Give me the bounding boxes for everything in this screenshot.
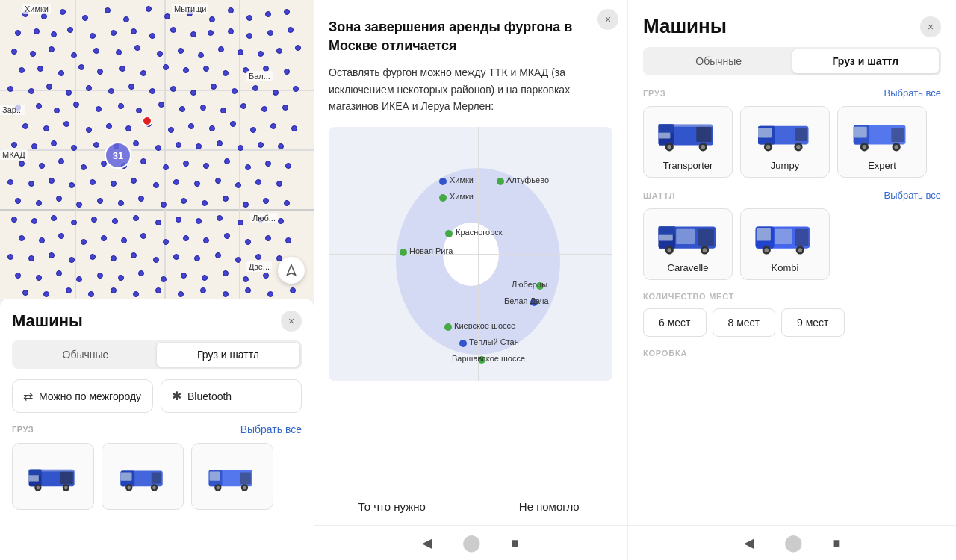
right-car-caravelle[interactable]: Caravelle bbox=[643, 208, 733, 280]
car-name-kombi: Kombi bbox=[772, 262, 799, 273]
right-section-box-label: КОРОБКА bbox=[643, 349, 687, 358]
right-car-kombi[interactable]: Kombi bbox=[740, 208, 830, 280]
svg-rect-20 bbox=[240, 472, 250, 484]
svg-point-31 bbox=[667, 145, 671, 149]
map-navigation-button[interactable] bbox=[278, 257, 305, 284]
svg-point-15 bbox=[127, 485, 131, 489]
seat-btn-6[interactable]: 6 мест bbox=[643, 308, 707, 337]
car-card-jumpy-left[interactable] bbox=[102, 443, 184, 510]
right-section-shuttl-label: ШАТТЛ bbox=[643, 191, 675, 200]
left-tabs-row: Обычные Груз и шаттл bbox=[12, 340, 302, 369]
loc-label-himki-blue: Химки bbox=[450, 175, 474, 184]
svg-rect-64 bbox=[795, 229, 809, 246]
left-bottom-sheet: Машины × Обычные Груз и шаттл ⇄ Можно по… bbox=[0, 299, 314, 560]
right-section-seats-label: КОЛИЧЕСТВО МЕСТ bbox=[643, 292, 734, 301]
loc-dot-kievskoe bbox=[444, 323, 452, 331]
car-card-expert-left[interactable] bbox=[191, 443, 273, 510]
svg-rect-46 bbox=[891, 128, 904, 142]
svg-point-33 bbox=[701, 145, 705, 149]
nav-stop-icon-right[interactable]: ■ bbox=[833, 535, 841, 551]
footer-helpful-button[interactable]: То что нужно bbox=[314, 488, 471, 525]
car-card-transporter-left[interactable] bbox=[12, 443, 94, 510]
seat-btn-9[interactable]: 9 мест bbox=[781, 308, 845, 337]
right-panel: Машины × Обычные Груз и шаттл ГРУЗ Выбра… bbox=[627, 0, 956, 560]
map-label-dz: Дзе... bbox=[246, 261, 272, 272]
loc-dot-himki-blue bbox=[439, 178, 447, 185]
car-name-jumpy: Jumpy bbox=[771, 160, 799, 171]
loc-label-lubertsy: Люберцы bbox=[512, 280, 547, 289]
right-tabs-row: Обычные Груз и шаттл bbox=[643, 47, 941, 75]
svg-point-70 bbox=[798, 248, 802, 252]
right-car-expert[interactable]: Expert bbox=[837, 106, 927, 178]
loc-dot-teplyi-stan bbox=[459, 340, 467, 347]
map-label-mkad: МКАД bbox=[0, 149, 28, 160]
map-area: Химки Мытищи Бал... Люб... Дзе... МКАД З… bbox=[0, 0, 314, 299]
right-cars-shuttl-grid: Caravelle Kombi bbox=[643, 208, 941, 280]
loc-dot-novaya-riga bbox=[400, 249, 407, 256]
bluetooth-icon: ✱ bbox=[172, 389, 181, 403]
loc-label-belaya-dacha: Белая Дача bbox=[504, 296, 549, 305]
svg-point-58 bbox=[667, 248, 671, 252]
modal-close-button[interactable]: × bbox=[598, 9, 618, 30]
svg-rect-65 bbox=[757, 228, 771, 241]
svg-rect-2 bbox=[60, 471, 72, 484]
right-tab-obychnye[interactable]: Обычные bbox=[645, 49, 792, 73]
right-tab-gruz-shuttl[interactable]: Груз и шаттл bbox=[792, 49, 940, 73]
road-h1 bbox=[329, 254, 612, 255]
nav-home-icon-right[interactable]: ⬤ bbox=[784, 533, 803, 553]
filter-mezhgorod[interactable]: ⇄ Можно по межгороду bbox=[12, 379, 153, 413]
svg-point-51 bbox=[894, 145, 898, 149]
right-car-jumpy[interactable]: Jumpy bbox=[740, 106, 830, 178]
mezhgorod-icon: ⇄ bbox=[23, 389, 33, 403]
map-cluster-31[interactable]: 31 bbox=[105, 142, 131, 169]
svg-rect-39 bbox=[758, 128, 772, 138]
tab-obychnye-left[interactable]: Обычные bbox=[14, 343, 157, 367]
loc-dot-krasnogorsk bbox=[445, 230, 453, 237]
svg-rect-66 bbox=[775, 229, 792, 244]
nav-back-icon-right[interactable]: ◀ bbox=[744, 535, 754, 551]
select-all-left[interactable]: Выбрать все bbox=[240, 423, 302, 435]
right-section-shuttl-header: ШАТТЛ Выбрать все bbox=[643, 190, 941, 201]
svg-marker-8 bbox=[28, 469, 41, 475]
svg-point-17 bbox=[152, 485, 156, 489]
modal-map: Химки Химки Алтуфьево Красногорск Новая … bbox=[329, 127, 612, 381]
car-name-transporter: Transporter bbox=[663, 160, 713, 171]
sheet-close-button[interactable]: × bbox=[281, 311, 302, 332]
svg-rect-54 bbox=[698, 229, 714, 246]
nav-stop-icon-middle[interactable]: ■ bbox=[511, 535, 519, 551]
right-select-all-gruz[interactable]: Выбрать все bbox=[884, 87, 941, 99]
svg-rect-21 bbox=[209, 471, 220, 480]
map-background: Химки Мытищи Бал... Люб... Дзе... МКАД З… bbox=[0, 0, 314, 299]
right-section-gruz-label: ГРУЗ bbox=[643, 89, 665, 98]
right-content: Обычные Груз и шаттл ГРУЗ Выбрать все bbox=[628, 47, 956, 525]
right-nav-bar: ◀ ⬤ ■ bbox=[628, 525, 956, 560]
svg-point-60 bbox=[703, 248, 707, 252]
nav-home-icon-middle[interactable]: ⬤ bbox=[462, 533, 481, 553]
map-label-bal: Бал... bbox=[246, 71, 273, 81]
right-title: Машины bbox=[643, 15, 727, 38]
right-close-button[interactable]: × bbox=[920, 16, 941, 37]
map-dots-container bbox=[0, 0, 314, 299]
loc-label-kievskoe: Киевское шоссе bbox=[454, 321, 515, 330]
seat-btn-8[interactable]: 8 мест bbox=[713, 308, 776, 337]
car-name-caravelle: Caravelle bbox=[668, 262, 709, 273]
svg-point-5 bbox=[36, 485, 40, 489]
nav-back-icon-middle[interactable]: ◀ bbox=[422, 535, 432, 551]
right-header: Машины × bbox=[628, 0, 956, 38]
svg-point-23 bbox=[216, 485, 220, 489]
sheet-header: Машины × bbox=[12, 311, 302, 332]
svg-rect-35 bbox=[674, 124, 713, 126]
middle-panel: × Зона завершения аренды фургона в Москв… bbox=[314, 0, 627, 560]
map-label-lyub: Люб... bbox=[250, 213, 278, 223]
tab-gruz-shuttl-left[interactable]: Груз и шаттл bbox=[157, 343, 299, 367]
section-gruz-left: ГРУЗ Выбрать все bbox=[12, 423, 302, 435]
modal-title: Зона завершения аренды фургона в Москве … bbox=[329, 18, 612, 55]
right-select-all-shuttl[interactable]: Выбрать все bbox=[884, 190, 941, 201]
filter-bluetooth[interactable]: ✱ Bluetooth bbox=[161, 379, 302, 413]
map-label-himki: Химки bbox=[22, 4, 51, 14]
filter-row: ⇄ Можно по межгороду ✱ Bluetooth bbox=[12, 379, 302, 413]
svg-marker-34 bbox=[659, 124, 674, 132]
svg-rect-47 bbox=[854, 127, 867, 138]
right-car-transporter[interactable]: Transporter bbox=[643, 106, 733, 178]
footer-not-helpful-button[interactable]: Не помогло bbox=[471, 488, 628, 525]
